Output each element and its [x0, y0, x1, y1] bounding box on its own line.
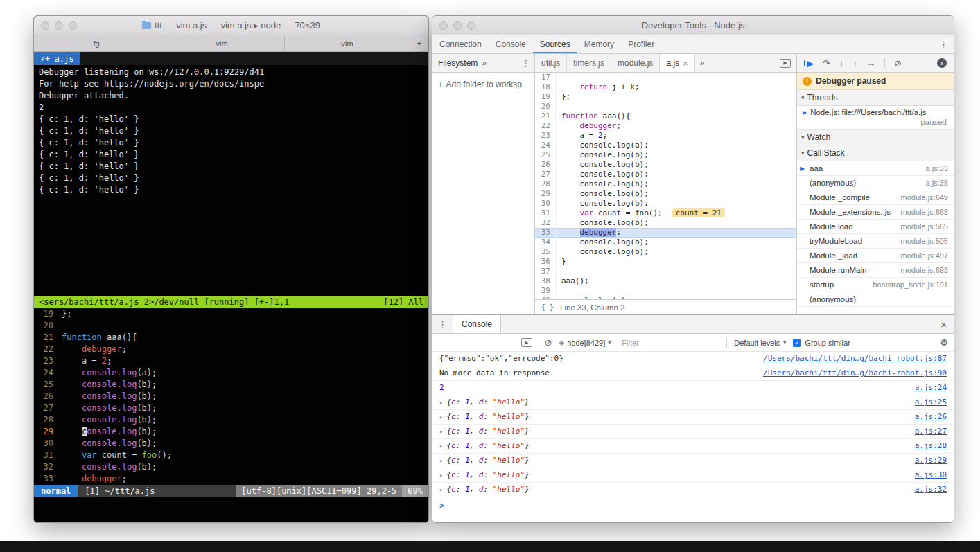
call-stack-frame[interactable]: Module.runMainmodule.js:693	[797, 263, 954, 278]
code-line[interactable]: 32 console.log(b);	[535, 218, 796, 228]
source-link[interactable]: /Users/bachi/ttt/din…g/bachi-robot.js:90	[763, 369, 947, 377]
resume-icon[interactable]: ▶	[804, 59, 814, 68]
code-line[interactable]: 29 console.log(b);	[535, 189, 796, 199]
code-line[interactable]: 28 console.log(b);	[535, 179, 796, 189]
tab-profiler[interactable]: Profiler	[621, 35, 661, 53]
zoom-window-button[interactable]	[69, 21, 77, 30]
zoom-window-button[interactable]	[467, 21, 475, 30]
checkbox-checked-icon[interactable]: ✓	[793, 339, 801, 347]
vim-line[interactable]: 33 debugger;	[34, 473, 428, 485]
vim-line[interactable]: 19};	[34, 308, 428, 320]
line-number[interactable]: 38	[535, 276, 556, 286]
source-link[interactable]: a.js:25	[915, 398, 947, 407]
console-message[interactable]: 2a.js:24	[432, 381, 954, 395]
line-number[interactable]: 30	[535, 199, 556, 208]
code-line[interactable]: 22 debugger;	[535, 121, 796, 131]
code-line[interactable]: 18 return j + k;	[535, 82, 796, 92]
vim-line[interactable]: 22 debugger;	[34, 344, 428, 355]
code-line[interactable]: 19};	[535, 92, 796, 102]
code-line[interactable]: 36}	[535, 257, 796, 267]
line-number[interactable]: 22	[535, 121, 556, 131]
thread-item[interactable]: ▶ Node.js: file:///Users/bachi/ttt/a.js …	[797, 106, 954, 130]
line-number[interactable]: 17	[535, 73, 556, 82]
line-number[interactable]: 34	[535, 238, 556, 247]
panel-toggle-icon[interactable]: ▶	[780, 59, 791, 68]
console-message[interactable]: ▸{c: 1, d: "hello"}a.js:28	[432, 439, 954, 454]
console-sidebar-icon[interactable]: ▶	[521, 338, 532, 347]
tab-connection[interactable]: Connection	[432, 35, 489, 53]
terminal-tab[interactable]: fg	[34, 35, 159, 51]
vim-line[interactable]: 27 console.log(b);	[34, 402, 428, 414]
line-number[interactable]: 32	[535, 218, 556, 228]
threads-section-header[interactable]: ▾ Threads	[797, 90, 954, 106]
expand-icon[interactable]: ▸	[439, 471, 443, 479]
call-stack-frame[interactable]: Module._loadmodule.js:497	[797, 249, 954, 263]
code-line[interactable]: 21function aaa(){	[535, 112, 796, 121]
more-tabs-icon[interactable]: »	[482, 58, 487, 68]
code-line[interactable]: 33 debugger;	[535, 228, 796, 238]
source-link[interactable]: a.js:27	[915, 427, 947, 436]
code-line[interactable]: 20	[535, 102, 796, 112]
more-options-icon[interactable]: ⋮	[934, 35, 954, 53]
console-message[interactable]: ▸{c: 1, d: "hello"}a.js:26	[432, 410, 954, 425]
source-link[interactable]: a.js:28	[915, 442, 947, 450]
code-line[interactable]: 38aaa();	[535, 276, 796, 286]
vim-line[interactable]: 24 console.log(a);	[34, 367, 428, 379]
more-tabs-icon[interactable]: »	[695, 54, 710, 72]
code-line[interactable]: 34 console.log(b);	[535, 238, 796, 247]
line-number[interactable]: 31	[535, 208, 556, 218]
console-message[interactable]: {"errmsg":"ok","errcode":0}/Users/bachi/…	[432, 352, 954, 366]
terminal-tab[interactable]: vim	[159, 35, 285, 51]
pause-on-exceptions-icon[interactable]: ‖	[937, 58, 947, 68]
call-stack-frame[interactable]: (anonymous)a.js:38	[797, 176, 954, 190]
vim-line[interactable]: 28 console.log(b);	[34, 414, 428, 426]
line-number[interactable]: 27	[535, 170, 556, 179]
console-settings-icon[interactable]: ⚙	[940, 337, 948, 348]
tab-memory[interactable]: Memory	[577, 35, 621, 53]
code-view[interactable]: 1718 return j + k;19};2021function aaa()…	[535, 73, 796, 299]
devtools-titlebar[interactable]: Developer Tools - Node.js	[432, 16, 954, 35]
console-message[interactable]: ▸{c: 1, d: "hello"}a.js:25	[432, 395, 954, 410]
step-out-icon[interactable]: ↑	[852, 59, 857, 68]
minimize-window-button[interactable]	[55, 21, 63, 30]
vim-line[interactable]: 21function aaa(){	[34, 332, 428, 344]
tab-console[interactable]: Console	[489, 35, 533, 53]
expand-icon[interactable]: ▸	[439, 427, 443, 436]
console-message[interactable]: ▸{c: 1, d: "hello"}a.js:29	[432, 454, 954, 468]
terminal-tab[interactable]: vim	[285, 35, 410, 51]
close-tab-icon[interactable]: ×	[683, 59, 688, 68]
expand-icon[interactable]: ▸	[439, 456, 443, 465]
line-number[interactable]: 39	[535, 286, 556, 296]
line-number[interactable]: 28	[535, 179, 556, 189]
code-line[interactable]: 39	[535, 286, 796, 296]
line-number[interactable]: 36	[535, 257, 556, 267]
line-number[interactable]: 21	[535, 112, 556, 121]
line-number[interactable]: 19	[535, 92, 556, 102]
file-tab[interactable]: timers.js	[567, 54, 611, 72]
console-message[interactable]: No more data in response./Users/bachi/tt…	[432, 366, 954, 381]
line-number[interactable]: 29	[535, 189, 556, 199]
call-stack-frame[interactable]: Module._compilemodule.js:649	[797, 190, 954, 205]
add-folder-button[interactable]: + Add folder to worksp	[432, 73, 534, 96]
call-stack-frame[interactable]: startupbootstrap_node.js:191	[797, 278, 954, 292]
context-selector[interactable]: ◈ node[8429] ▾	[559, 339, 611, 347]
code-line[interactable]: 31 var count = foo();count = 21	[535, 208, 796, 218]
vim-line[interactable]: 23 a = 2;	[34, 355, 428, 367]
file-tab[interactable]: module.js	[611, 54, 660, 72]
close-window-button[interactable]	[439, 21, 448, 30]
call-stack-frame[interactable]: (anonymous)	[797, 292, 954, 307]
minimize-window-button[interactable]	[453, 21, 462, 30]
new-terminal-tab-button[interactable]: +	[410, 35, 428, 51]
drawer-menu-icon[interactable]: ⋮	[432, 315, 453, 333]
source-link[interactable]: a.js:24	[915, 384, 947, 392]
group-similar-toggle[interactable]: ✓ Group similar	[793, 339, 850, 347]
vim-line[interactable]: 30 console.log(b);	[34, 438, 428, 449]
vim-line[interactable]: 26 console.log(b);	[34, 391, 428, 402]
step-over-icon[interactable]: ↷	[823, 59, 830, 68]
expand-icon[interactable]: ▸	[439, 442, 443, 450]
expand-icon[interactable]: ▸	[439, 398, 443, 407]
watch-section-header[interactable]: ▾ Watch	[797, 130, 954, 145]
file-tab[interactable]: a.js×	[660, 54, 694, 72]
navigator-menu-icon[interactable]: ⋮	[517, 58, 534, 69]
line-number[interactable]: 35	[535, 247, 556, 257]
